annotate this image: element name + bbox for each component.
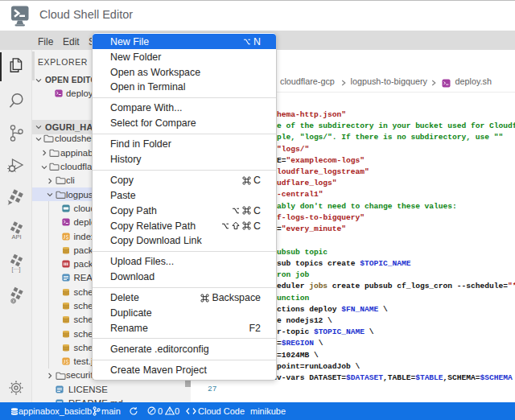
svg-text:API: API bbox=[11, 233, 21, 241]
svg-text:[···]: [···] bbox=[12, 266, 21, 273]
